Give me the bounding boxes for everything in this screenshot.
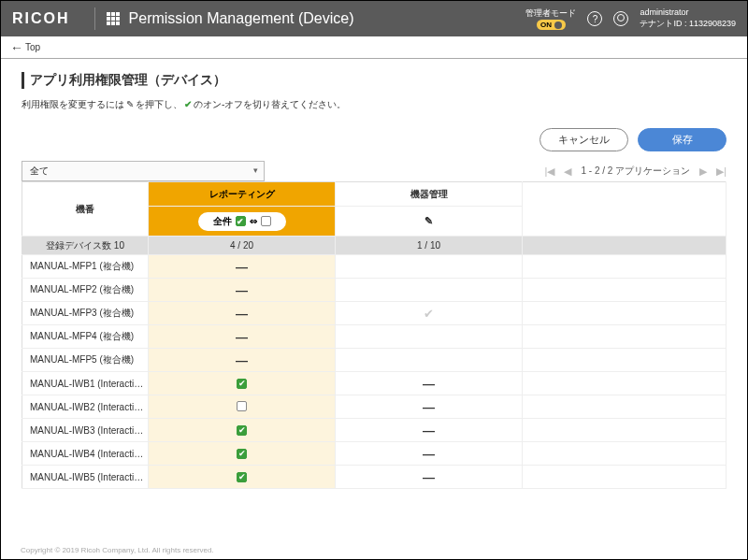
- col-model: 機番: [22, 182, 149, 237]
- instruction-text: 利用権限を変更するには✎を押下し、✔のオン-オフを切り替えてください。: [22, 98, 726, 111]
- table-row: MANUAL-IWB5 (Interacti…✔—: [22, 466, 726, 489]
- device-cell[interactable]: —: [336, 419, 523, 442]
- app-title: Permission Management (Device): [129, 10, 354, 27]
- report-count: 4 / 20: [149, 237, 336, 255]
- device-name: MANUAL-IWB1 (Interacti…: [22, 372, 149, 395]
- permission-table: 機番 レポーティング 機器管理 全件 ✔ ⇔ ✎ 登録デバイス数 10 4 / …: [22, 181, 726, 489]
- dash-icon: —: [236, 330, 248, 344]
- pager: |◀ ◀ 1 - 2 / 2 アプリケーション ▶ ▶|: [545, 165, 726, 178]
- report-cell[interactable]: ✔: [149, 466, 336, 489]
- tenant-id: テナントID : 1132908239: [640, 19, 736, 30]
- report-cell[interactable]: [149, 395, 336, 419]
- edit-device-col[interactable]: ✎: [336, 207, 523, 237]
- device-cell[interactable]: ✔: [336, 302, 523, 325]
- report-cell[interactable]: ✔: [149, 442, 336, 466]
- separator: [94, 7, 95, 30]
- save-button[interactable]: 保存: [638, 128, 726, 151]
- checkbox-on-icon[interactable]: ✔: [237, 379, 247, 389]
- pager-first-icon[interactable]: |◀: [545, 165, 555, 178]
- device-cell[interactable]: —: [336, 466, 523, 489]
- user-icon[interactable]: [613, 11, 628, 26]
- table-row: MANUAL-MFP1 (複合機)—: [22, 255, 726, 279]
- report-cell[interactable]: ✔: [149, 419, 336, 442]
- report-cell[interactable]: ✔: [149, 372, 336, 395]
- admin-mode-label: 管理者モード: [525, 7, 576, 20]
- device-cell[interactable]: —: [336, 372, 523, 395]
- back-arrow-icon: ←: [10, 40, 23, 55]
- apps-grid-icon[interactable]: [107, 12, 120, 25]
- device-name: MANUAL-IWB2 (Interacti…: [22, 395, 149, 419]
- device-name: MANUAL-MFP4 (複合機): [22, 325, 149, 349]
- report-cell[interactable]: —: [149, 279, 336, 302]
- report-cell[interactable]: —: [149, 325, 336, 349]
- dash-icon: —: [236, 260, 248, 274]
- report-cell[interactable]: —: [149, 349, 336, 372]
- report-cell[interactable]: —: [149, 255, 336, 279]
- user-info: administrator テナントID : 1132908239: [640, 7, 736, 29]
- pager-next-icon[interactable]: ▶: [699, 165, 707, 178]
- all-toggle-button[interactable]: 全件 ✔ ⇔: [198, 212, 286, 231]
- device-name: MANUAL-MFP1 (複合機): [22, 255, 149, 279]
- table-row: MANUAL-IWB2 (Interacti…—: [22, 395, 726, 419]
- table-row: MANUAL-IWB3 (Interacti…✔—: [22, 419, 726, 442]
- checkbox-on-icon[interactable]: ✔: [236, 216, 246, 226]
- dash-icon: —: [236, 283, 248, 297]
- back-label: Top: [25, 42, 40, 52]
- device-cell[interactable]: —: [336, 395, 523, 419]
- checkbox-on-icon[interactable]: ✔: [237, 425, 247, 436]
- device-name: MANUAL-IWB4 (Interacti…: [22, 442, 149, 466]
- devicemgmt-count: 1 / 10: [336, 237, 523, 255]
- check-gray-icon: ✔: [424, 307, 434, 321]
- pencil-icon: ✎: [126, 99, 134, 109]
- table-row: MANUAL-IWB4 (Interacti…✔—: [22, 442, 726, 466]
- table-row: MANUAL-MFP3 (複合機)—✔: [22, 302, 726, 325]
- device-name: MANUAL-MFP2 (複合機): [22, 279, 149, 302]
- cancel-button[interactable]: キャンセル: [539, 128, 628, 151]
- checkbox-on-icon[interactable]: ✔: [237, 472, 247, 482]
- device-cell[interactable]: [336, 325, 523, 349]
- pager-last-icon[interactable]: ▶|: [716, 165, 726, 178]
- table-row: MANUAL-MFP4 (複合機)—: [22, 325, 726, 349]
- pager-prev-icon[interactable]: ◀: [564, 165, 571, 178]
- admin-mode: 管理者モード ON: [525, 7, 576, 30]
- pencil-icon: ✎: [424, 215, 433, 226]
- brand-logo: RICOH: [12, 10, 70, 27]
- check-icon: ✔: [184, 99, 192, 109]
- table-row: MANUAL-MFP2 (複合機)—: [22, 279, 726, 302]
- dash-icon: —: [423, 447, 435, 461]
- table-row: MANUAL-IWB1 (Interacti…✔—: [22, 372, 726, 395]
- checkbox-off-icon[interactable]: [261, 216, 271, 226]
- copyright: Copyright © 2019 Ricoh Company, Ltd. All…: [21, 546, 214, 554]
- report-cell[interactable]: —: [149, 302, 336, 325]
- back-link[interactable]: ← Top: [1, 36, 747, 59]
- dash-icon: —: [423, 424, 435, 438]
- filter-dropdown[interactable]: 全て: [22, 161, 265, 181]
- dash-icon: —: [236, 353, 248, 367]
- dash-icon: —: [423, 470, 435, 484]
- admin-mode-toggle[interactable]: ON: [537, 20, 566, 30]
- device-count: 登録デバイス数 10: [22, 237, 149, 255]
- device-name: MANUAL-IWB3 (Interacti…: [22, 419, 149, 442]
- all-toggle-cell: 全件 ✔ ⇔: [149, 207, 336, 237]
- col-reporting[interactable]: レポーティング: [149, 182, 336, 207]
- dash-icon: —: [423, 400, 435, 414]
- device-name: MANUAL-IWB5 (Interacti…: [22, 466, 149, 489]
- device-cell[interactable]: [336, 255, 523, 279]
- checkbox-on-icon[interactable]: ✔: [237, 449, 247, 459]
- device-name: MANUAL-MFP3 (複合機): [22, 302, 149, 325]
- checkbox-off-icon[interactable]: [237, 401, 247, 411]
- dash-icon: —: [423, 377, 435, 391]
- help-icon[interactable]: ?: [587, 11, 602, 26]
- app-header: RICOH Permission Management (Device) 管理者…: [1, 1, 747, 36]
- page-title: アプリ利用権限管理（デバイス）: [22, 72, 726, 89]
- user-name: administrator: [640, 7, 736, 19]
- pager-text: 1 - 2 / 2 アプリケーション: [581, 165, 690, 178]
- device-cell[interactable]: [336, 349, 523, 372]
- dash-icon: —: [236, 307, 248, 321]
- col-device-mgmt[interactable]: 機器管理: [336, 182, 523, 207]
- device-name: MANUAL-MFP5 (複合機): [22, 349, 149, 372]
- device-cell[interactable]: —: [336, 442, 523, 466]
- device-cell[interactable]: [336, 279, 523, 302]
- table-row: MANUAL-MFP5 (複合機)—: [22, 349, 726, 372]
